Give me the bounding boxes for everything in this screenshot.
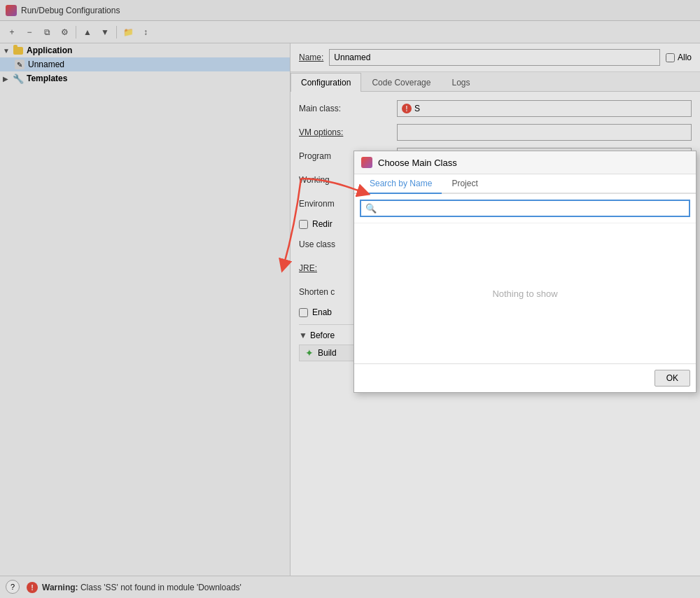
modal-overlay: Choose Main Class Search by Name Project… — [0, 0, 700, 598]
modal-tab-search-by-name[interactable]: Search by Name — [360, 174, 442, 194]
search-input[interactable] — [379, 204, 685, 214]
ok-button[interactable]: OK — [654, 370, 690, 387]
modal-footer: OK — [354, 363, 696, 392]
modal-tabs: Search by Name Project — [354, 174, 696, 194]
modal-title-bar: Choose Main Class — [354, 151, 696, 174]
search-icon: 🔍 — [365, 203, 377, 214]
modal-title-icon — [361, 157, 372, 168]
nothing-to-show-text: Nothing to show — [492, 288, 557, 299]
modal-tab-project[interactable]: Project — [442, 174, 487, 193]
choose-main-class-dialog: Choose Main Class Search by Name Project… — [354, 151, 696, 393]
search-input-wrap: 🔍 — [360, 200, 690, 217]
modal-content: Nothing to show — [354, 223, 696, 363]
modal-search-area: 🔍 — [354, 194, 696, 223]
modal-title-text: Choose Main Class — [378, 158, 457, 168]
